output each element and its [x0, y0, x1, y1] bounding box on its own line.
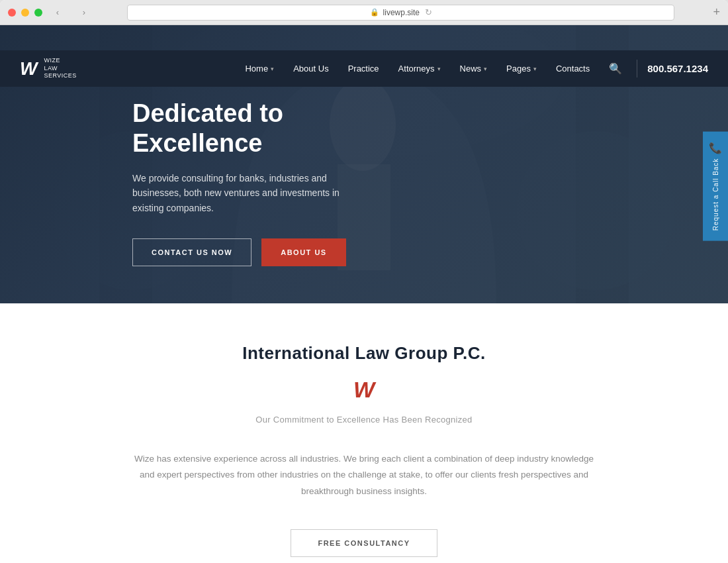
info-description: Wize has extensive experience across all…	[132, 451, 596, 499]
logo-letter: W	[20, 60, 37, 78]
search-icon[interactable]: 🔍	[601, 59, 630, 78]
logo-divider: W	[13, 377, 715, 403]
hero-subtitle: We provide consulting for banks, industr…	[132, 171, 344, 215]
logo[interactable]: W WIZE LAW SERVICES	[20, 57, 77, 80]
url-bar[interactable]: 🔒 livewp.site ↻	[127, 5, 674, 21]
hero-content: Dedicated to Excellence We provide consu…	[0, 62, 384, 266]
company-title: International Law Group P.C.	[13, 343, 715, 364]
nav-home[interactable]: Home ▾	[237, 60, 282, 77]
forward-button[interactable]: ›	[74, 7, 94, 17]
chevron-down-icon: ▾	[437, 66, 441, 72]
chevron-down-icon: ▾	[271, 66, 274, 72]
hero-buttons: CONTACT US NOW ABOUT US	[132, 238, 384, 266]
nav-about[interactable]: About Us	[285, 60, 336, 77]
hero-title: Dedicated to Excellence	[132, 99, 384, 159]
callback-label: Request a Call Back	[712, 158, 719, 231]
browser-chrome: ‹ › 🔒 livewp.site ↻ +	[0, 0, 728, 25]
nav-pages[interactable]: Pages ▾	[498, 60, 545, 77]
nav-practice[interactable]: Practice	[340, 60, 387, 77]
callback-phone-icon: 📞	[709, 142, 722, 154]
new-tab-button[interactable]: +	[706, 5, 720, 19]
nav-news[interactable]: News ▾	[452, 60, 496, 77]
minimize-button[interactable]	[21, 9, 29, 17]
brand-logo-red: W	[353, 377, 375, 403]
info-section: International Law Group P.C. W Our Commi…	[0, 303, 728, 563]
refresh-icon[interactable]: ↻	[425, 7, 432, 17]
logo-text: WIZE LAW SERVICES	[44, 57, 76, 80]
phone-number: 800.567.1234	[637, 60, 708, 77]
info-tagline: Our Commitment to Excellence Has Been Re…	[13, 415, 715, 425]
chevron-down-icon: ▾	[484, 66, 487, 72]
url-text: livewp.site	[383, 8, 420, 17]
site-header: W WIZE LAW SERVICES Home ▾ About Us Prac…	[0, 50, 728, 87]
chevron-down-icon: ▾	[533, 66, 537, 72]
back-button[interactable]: ‹	[48, 7, 68, 17]
about-us-button[interactable]: ABOUT US	[261, 238, 345, 266]
free-consultancy-button[interactable]: FREE CONSULTANCY	[291, 529, 437, 557]
website-content: W WIZE LAW SERVICES Home ▾ About Us Prac…	[0, 25, 728, 563]
browser-window: ‹ › 🔒 livewp.site ↻ + W WIZE LAW SERVICE…	[0, 0, 728, 563]
nav-contacts[interactable]: Contacts	[548, 60, 598, 77]
maximize-button[interactable]	[34, 9, 42, 17]
callback-tab[interactable]: 📞 Request a Call Back	[703, 132, 728, 241]
close-button[interactable]	[8, 9, 16, 17]
contact-us-button[interactable]: CONTACT US NOW	[132, 238, 251, 266]
nav-attorneys[interactable]: Attorneys ▾	[390, 60, 449, 77]
main-nav: Home ▾ About Us Practice Attorneys ▾ New…	[237, 59, 708, 78]
